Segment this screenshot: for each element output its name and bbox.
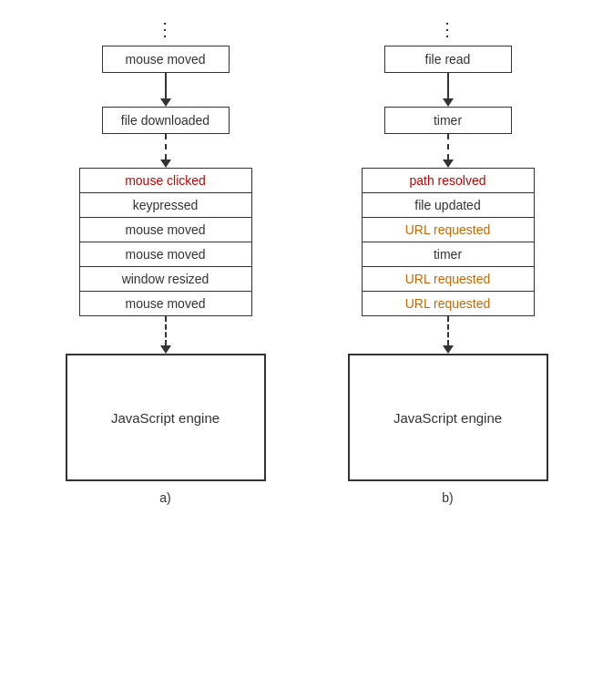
group-row-b-4: URL requested: [363, 267, 534, 292]
line-dashed-b2: [447, 316, 449, 345]
column-a: ⋮ mouse moved file downloaded mouse clic…: [43, 18, 289, 505]
arrow-solid-b1: [443, 73, 454, 107]
dots-a: ⋮: [156, 18, 176, 40]
group-row-b-5: URL requested: [363, 292, 534, 315]
dots-b: ⋮: [438, 18, 458, 40]
line-solid-a1: [165, 73, 167, 98]
label-a: a): [159, 490, 170, 505]
group-row-b-3: timer: [363, 242, 534, 267]
group-row-a-5: mouse moved: [80, 292, 251, 315]
arrowhead-b1: [443, 98, 454, 107]
engine-box-b: JavaScript engine: [348, 354, 548, 481]
box-timer: timer: [384, 107, 512, 134]
line-dashed-a1: [165, 134, 167, 160]
arrow-dashed-a1: [160, 134, 171, 168]
arrowhead-dashed-b2: [443, 345, 454, 354]
arrow-dashed-a2: [160, 316, 171, 354]
box-mouse-moved-a: mouse moved: [102, 46, 230, 73]
group-row-b-1: file updated: [363, 193, 534, 218]
box-file-downloaded: file downloaded: [102, 107, 230, 134]
group-row-b-2: URL requested: [363, 218, 534, 242]
group-row-a-3: mouse moved: [80, 242, 251, 267]
line-dashed-a2: [165, 316, 167, 345]
arrowhead-dashed-b1: [443, 160, 454, 168]
arrow-dashed-b2: [443, 316, 454, 354]
arrow-dashed-b1: [443, 134, 454, 168]
group-row-a-1: keypressed: [80, 193, 251, 218]
line-solid-b1: [447, 73, 449, 98]
box-file-read: file read: [384, 46, 512, 73]
engine-box-a: JavaScript engine: [66, 354, 266, 481]
diagram-container: ⋮ mouse moved file downloaded mouse clic…: [0, 9, 613, 514]
line-dashed-b1: [447, 134, 449, 160]
label-b: b): [442, 490, 453, 505]
group-row-a-0: mouse clicked: [80, 169, 251, 193]
group-box-b: path resolved file updated URL requested…: [362, 168, 535, 316]
column-b: ⋮ file read timer path resolved file upd…: [325, 18, 571, 505]
group-row-b-0: path resolved: [363, 169, 534, 193]
arrow-solid-a1: [160, 73, 171, 107]
group-row-a-4: window resized: [80, 267, 251, 292]
arrowhead-dashed-a2: [160, 345, 171, 354]
arrowhead-dashed-a1: [160, 160, 171, 168]
arrowhead-a1: [160, 98, 171, 107]
group-box-a: mouse clicked keypressed mouse moved mou…: [79, 168, 252, 316]
group-row-a-2: mouse moved: [80, 218, 251, 242]
